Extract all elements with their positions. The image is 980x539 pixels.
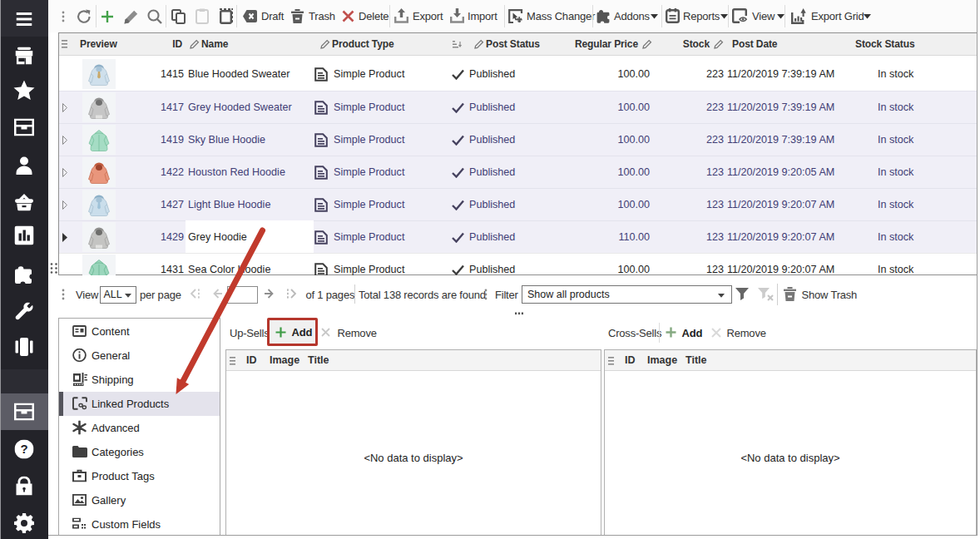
svg-text:?: ? [20,442,27,456]
